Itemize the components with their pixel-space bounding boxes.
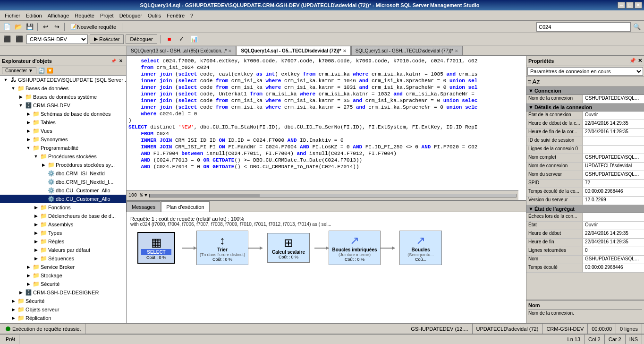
menu-fichier[interactable]: Fichier bbox=[2, 12, 23, 19]
loops-node-box[interactable]: ↗ Boucles (Semi-jointu... Coû... bbox=[399, 231, 442, 265]
expand-p4[interactable] bbox=[40, 195, 47, 203]
tree-views[interactable]: ▶ 📁 Vues bbox=[0, 127, 126, 135]
expand-def[interactable]: ▶ bbox=[32, 246, 40, 254]
select-node-box[interactable]: ▦ SELECT Coût : 0 % bbox=[137, 232, 175, 264]
expand-rep[interactable]: ▶ bbox=[9, 314, 17, 322]
tree-service-broker[interactable]: ▶ 📁 Service Broker bbox=[0, 263, 126, 271]
tab-0[interactable]: SQLQuery13.sql - GSH...al (85)) Exécutio… bbox=[127, 46, 236, 55]
database-select[interactable]: CRM-GSH-DEV bbox=[26, 34, 88, 44]
tb2-btn2[interactable]: ⬛ bbox=[14, 34, 25, 44]
tree-storage[interactable]: ▶ 📁 Stockage bbox=[0, 271, 126, 280]
expand-so[interactable]: ▶ bbox=[9, 306, 17, 313]
menu-affichage[interactable]: Affichage bbox=[45, 12, 72, 19]
expand-secdb[interactable]: ▶ bbox=[25, 280, 32, 288]
execution-plan-tab[interactable]: Plan d'exécution bbox=[161, 201, 209, 212]
tab-2-close[interactable]: ✕ bbox=[455, 49, 458, 53]
expand-views[interactable]: ▶ bbox=[25, 127, 32, 135]
db-input[interactable] bbox=[536, 22, 631, 32]
scalar-node-box[interactable]: ⊞ Calcul scalaire Coût : 0 % bbox=[267, 233, 310, 263]
open-button[interactable]: 📂 bbox=[13, 22, 24, 32]
expand-types[interactable]: ▶ bbox=[32, 229, 40, 237]
tree-functions[interactable]: ▶ 📁 Fonctions bbox=[0, 203, 126, 212]
expand-func[interactable]: ▶ bbox=[32, 204, 40, 211]
tree-triggers[interactable]: ▶ 📁 Déclencheurs de base de d... bbox=[0, 212, 126, 220]
expand-system-dbs[interactable]: ▶ bbox=[17, 93, 25, 101]
connect-button[interactable]: Connecter ▼ bbox=[2, 67, 36, 74]
tree-programmability[interactable]: ▼ 📁 Programmabilité bbox=[0, 144, 126, 152]
tree-proc-3[interactable]: ⚙️ dbo.CU_Customer_Allo bbox=[0, 186, 126, 195]
expand-databases[interactable]: ▼ bbox=[9, 85, 17, 92]
expand-p3[interactable] bbox=[40, 187, 47, 194]
expand-mgmt[interactable]: ▶ bbox=[9, 323, 17, 323]
menu-help[interactable]: ? bbox=[187, 12, 196, 19]
tree-rules[interactable]: ▶ 📁 Règles bbox=[0, 237, 126, 246]
redo-button[interactable]: ↪ bbox=[51, 22, 62, 32]
new-button[interactable]: 📄 bbox=[2, 22, 12, 32]
explorer-pin-button[interactable]: 📌 bbox=[110, 58, 118, 64]
expand-p2[interactable] bbox=[40, 178, 47, 186]
stop-button[interactable]: ■ bbox=[164, 34, 175, 44]
props-close-button[interactable]: ✕ bbox=[638, 58, 642, 64]
tree-server-objects[interactable]: ▶ 📁 Objets serveur bbox=[0, 305, 126, 314]
query-editor[interactable]: select c024.f7000, k7004.extkey, k7006.c… bbox=[127, 56, 526, 200]
tree-types[interactable]: ▶ 📁 Types bbox=[0, 229, 126, 237]
tree-system-sp[interactable]: ▶ 📁 Procédures stockées sy... bbox=[0, 161, 126, 169]
tree-crm-dev[interactable]: ▼ 🗄️ CRM-GSH-DEV bbox=[0, 101, 126, 110]
tree-proc-2[interactable]: ⚙️ dbo.CRM_ISI_NextId_I... bbox=[0, 178, 126, 186]
expand-ssp[interactable]: ▶ bbox=[40, 161, 47, 169]
tree-security-db[interactable]: ▶ 📁 Sécurité bbox=[0, 280, 126, 288]
expand-sb[interactable]: ▶ bbox=[25, 263, 32, 271]
save-button[interactable]: 💾 bbox=[25, 22, 35, 32]
explorer-close-button[interactable]: ✕ bbox=[118, 58, 124, 64]
tab-1-close[interactable]: ✕ bbox=[343, 49, 347, 53]
results-button[interactable]: 📊 bbox=[189, 34, 199, 44]
search-icon[interactable]: 🔍 bbox=[632, 22, 642, 32]
props-categorized-icon[interactable]: ≡ bbox=[527, 78, 531, 86]
debug-button[interactable]: Déboguer bbox=[126, 34, 157, 44]
props-alpha-icon[interactable]: Az bbox=[532, 78, 540, 86]
tree-management[interactable]: ▶ 📁 Gestion bbox=[0, 322, 126, 323]
expand-asm[interactable]: ▶ bbox=[32, 221, 40, 228]
expand-schemas[interactable]: ▶ bbox=[25, 110, 32, 118]
tree-databases[interactable]: ▼ 📁 Bases de données bbox=[0, 84, 126, 93]
expand-p1[interactable] bbox=[40, 170, 47, 177]
expand-server[interactable]: ▼ bbox=[2, 76, 9, 84]
tab-2[interactable]: SQLQuery1.sql - GSH...TECLD\sdevidal (77… bbox=[351, 46, 463, 55]
tab-1[interactable]: SQLQuery14.sql - G5...TECLD\sdevidal (72… bbox=[237, 46, 350, 55]
tree-proc-4[interactable]: ⚙️ dbo.CU_Customer_Allo bbox=[0, 195, 126, 203]
close-button[interactable]: ✕ bbox=[635, 2, 642, 9]
messages-tab[interactable]: Messages bbox=[127, 201, 161, 212]
expand-prog[interactable]: ▼ bbox=[25, 144, 32, 152]
tree-synonyms[interactable]: ▶ 📁 Synonymes bbox=[0, 135, 126, 144]
tree-stored-procs[interactable]: ▼ 📁 Procédures stockées bbox=[0, 152, 126, 161]
expand-synonyms[interactable]: ▶ bbox=[25, 136, 32, 143]
scroll-bar[interactable] bbox=[149, 194, 517, 198]
execute-button[interactable]: ▶ Exécuter bbox=[90, 34, 124, 44]
tree-defaults[interactable]: ▶ 📁 Valeurs par défaut bbox=[0, 246, 126, 254]
tree-assemblies[interactable]: ▶ 📁 Assemblys bbox=[0, 220, 126, 229]
tb2-btn1[interactable]: ⬛ bbox=[2, 34, 12, 44]
menu-projet[interactable]: Projet bbox=[97, 12, 117, 19]
aggregate-section-header[interactable]: ▼ État de l'agrégat bbox=[526, 205, 644, 213]
expand-sec[interactable]: ▶ bbox=[9, 297, 17, 305]
details-section-header[interactable]: ▼ Détails de la connexion bbox=[526, 103, 644, 112]
sort-node-box[interactable]: ↕ Trier (Tri dans l'ordre distinct) Coût… bbox=[196, 231, 248, 265]
expand-tables[interactable]: ▶ bbox=[25, 119, 32, 126]
tree-sequences[interactable]: ▶ 📁 Séquences bbox=[0, 254, 126, 263]
tree-tables[interactable]: ▶ 📁 Tables bbox=[0, 118, 126, 127]
tree-schemas[interactable]: ▶ 📁 Schémas de base de données bbox=[0, 110, 126, 118]
minimize-button[interactable]: ─ bbox=[618, 2, 625, 9]
props-pin-button[interactable]: 📌 bbox=[629, 58, 636, 64]
new-query-button[interactable]: 📝 Nouvelle requête bbox=[67, 22, 119, 32]
menu-outils[interactable]: Outils bbox=[145, 12, 164, 19]
connexion-section-header[interactable]: ▼ Connexion bbox=[526, 87, 644, 95]
expand-crm-dev[interactable]: ▼ bbox=[17, 102, 25, 109]
tree-crm-designer[interactable]: ▶ 🗄️ CRM-GSH-DEV-DESIGNER bbox=[0, 288, 126, 297]
refresh-icon[interactable]: 🔄 bbox=[38, 68, 45, 74]
tree-security[interactable]: ▶ 📁 Sécurité bbox=[0, 297, 126, 305]
filter-icon[interactable]: 🔽 bbox=[47, 68, 53, 74]
tree-server[interactable]: ▼ 🖧 GSHUPDATEDEV\SQLUPDATE (SQL Server .… bbox=[0, 76, 126, 84]
maximize-button[interactable]: □ bbox=[626, 2, 634, 9]
expand-stor[interactable]: ▶ bbox=[25, 272, 32, 279]
expand-trig[interactable]: ▶ bbox=[32, 212, 40, 220]
